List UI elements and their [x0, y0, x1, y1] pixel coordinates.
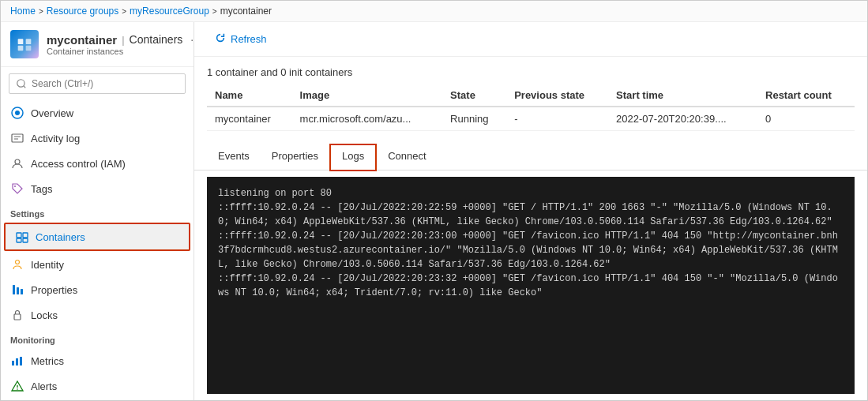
- log-line-2: ::ffff:10.92.0.24 -- [20/Jul/2022:20:23:…: [218, 229, 844, 272]
- sidebar-item-containers[interactable]: Containers: [4, 223, 190, 251]
- tab-properties[interactable]: Properties: [261, 144, 329, 170]
- sidebar-item-containers-label: Containers: [36, 231, 85, 243]
- tags-icon: [10, 182, 24, 196]
- svg-rect-2: [18, 46, 24, 51]
- cell-state: Running: [442, 107, 506, 131]
- breadcrumb-current: mycontainer: [220, 6, 272, 17]
- tab-logs[interactable]: Logs: [329, 144, 377, 171]
- breadcrumb: Home > Resource groups > myResourceGroup…: [1, 1, 867, 22]
- sidebar-title-group: mycontainer | Containers ··· Container i…: [47, 33, 194, 56]
- col-name: Name: [207, 84, 292, 107]
- sidebar-item-metrics[interactable]: Metrics: [1, 348, 194, 373]
- svg-rect-0: [18, 39, 24, 44]
- sidebar-header: mycontainer | Containers ··· Container i…: [1, 22, 194, 67]
- svg-point-10: [14, 186, 16, 187]
- sidebar-search-container: [1, 67, 194, 100]
- sidebar-item-iam-label: Access control (IAM): [31, 158, 126, 170]
- bc-sep-2: >: [122, 7, 126, 16]
- main-layout: mycontainer | Containers ··· Container i…: [1, 22, 867, 400]
- sidebar-item-alerts[interactable]: Alerts: [1, 373, 194, 399]
- sidebar-item-metrics-label: Metrics: [31, 355, 64, 367]
- settings-section-label: Settings: [1, 201, 194, 222]
- svg-rect-12: [23, 233, 28, 238]
- tabs-section: Events Properties Logs Connect: [194, 144, 867, 171]
- sidebar-item-alerts-label: Alerts: [31, 380, 57, 392]
- svg-rect-6: [12, 134, 23, 142]
- sidebar-item-tags[interactable]: Tags: [1, 176, 194, 201]
- cell-restart-count: 0: [757, 107, 855, 131]
- svg-rect-3: [26, 46, 32, 51]
- log-line-0: listening on port 80: [218, 186, 844, 200]
- search-input[interactable]: [9, 73, 186, 94]
- identity-icon: [10, 257, 24, 272]
- refresh-label: Refresh: [231, 33, 267, 45]
- activity-log-icon: [10, 131, 24, 145]
- svg-rect-11: [17, 233, 21, 238]
- app-container: Home > Resource groups > myResourceGroup…: [0, 0, 868, 401]
- sidebar-resource-name: mycontainer: [47, 33, 117, 47]
- alerts-icon: [10, 379, 24, 393]
- sidebar-item-overview-label: Overview: [31, 107, 73, 119]
- svg-point-5: [15, 111, 20, 115]
- svg-point-9: [15, 159, 20, 164]
- svg-rect-17: [17, 287, 19, 294]
- table-row[interactable]: mycontainer mcr.microsoft.com/azu... Run…: [207, 107, 855, 131]
- locks-icon: [10, 308, 24, 322]
- svg-rect-22: [20, 357, 22, 365]
- sidebar-item-identity[interactable]: Identity: [1, 252, 194, 277]
- bc-sep-1: >: [39, 7, 43, 16]
- svg-rect-18: [21, 289, 23, 294]
- cell-start-time: 2022-07-20T20:20:39....: [608, 107, 757, 131]
- log-area: listening on port 80 ::ffff:10.92.0.24 -…: [207, 177, 855, 394]
- metrics-icon: [10, 354, 24, 368]
- table-section: 1 container and 0 init containers Name I…: [194, 57, 867, 131]
- properties-icon: [10, 283, 24, 297]
- sidebar-item-identity-label: Identity: [31, 259, 64, 271]
- sidebar-item-iam[interactable]: Access control (IAM): [1, 151, 194, 176]
- bc-sep-3: >: [212, 7, 217, 16]
- col-prev-state: Previous state: [506, 84, 608, 107]
- breadcrumb-myresourcegroup[interactable]: myResourceGroup: [130, 6, 209, 17]
- log-line-1: ::ffff:10.92.0.24 -- [20/Jul/2022:20:22:…: [218, 200, 844, 229]
- tab-connect[interactable]: Connect: [377, 144, 437, 170]
- monitoring-section-label: Monitoring: [1, 328, 194, 348]
- sidebar-item-properties-label: Properties: [31, 284, 77, 296]
- svg-rect-13: [17, 238, 21, 242]
- log-line-3: ::ffff:10.92.0.24 -- [20/Jul/2022:20:23:…: [218, 272, 844, 300]
- svg-rect-20: [12, 361, 14, 365]
- col-restart-count: Restart count: [757, 84, 855, 107]
- cell-image: mcr.microsoft.com/azu...: [292, 107, 443, 131]
- sidebar-item-properties[interactable]: Properties: [1, 277, 194, 302]
- cell-name: mycontainer: [207, 107, 292, 131]
- refresh-button[interactable]: Refresh: [207, 28, 275, 50]
- sidebar-title-sep: |: [122, 34, 124, 46]
- svg-point-25: [17, 388, 18, 390]
- svg-rect-1: [26, 39, 32, 44]
- tab-events[interactable]: Events: [207, 144, 261, 170]
- resource-icon: [10, 30, 39, 58]
- sidebar-item-tags-label: Tags: [31, 183, 52, 195]
- overview-icon: [10, 106, 24, 120]
- sidebar-item-locks[interactable]: Locks: [1, 302, 194, 328]
- col-state: State: [442, 84, 506, 107]
- iam-icon: [10, 156, 24, 171]
- sidebar-item-activity-log-label: Activity log: [31, 133, 80, 144]
- sidebar-item-activity-log[interactable]: Activity log: [1, 126, 194, 151]
- sidebar-item-locks-label: Locks: [31, 309, 58, 321]
- breadcrumb-resource-groups[interactable]: Resource groups: [47, 6, 118, 17]
- content-area: Refresh 1 container and 0 init container…: [194, 22, 867, 400]
- col-image: Image: [292, 84, 443, 107]
- svg-rect-19: [14, 314, 21, 320]
- col-start-time: Start time: [608, 84, 757, 107]
- sidebar-resource-subtitle: Container instances: [47, 47, 194, 56]
- containers-icon: [15, 230, 29, 244]
- svg-rect-21: [16, 358, 18, 365]
- svg-rect-16: [13, 285, 15, 294]
- toolbar: Refresh: [194, 22, 867, 57]
- breadcrumb-home[interactable]: Home: [10, 6, 36, 17]
- sidebar: mycontainer | Containers ··· Container i…: [1, 22, 194, 400]
- refresh-icon: [215, 32, 226, 46]
- sidebar-item-overview[interactable]: Overview: [1, 100, 194, 126]
- sidebar-resource-type: Containers: [130, 33, 183, 46]
- cell-prev-state: -: [506, 107, 608, 131]
